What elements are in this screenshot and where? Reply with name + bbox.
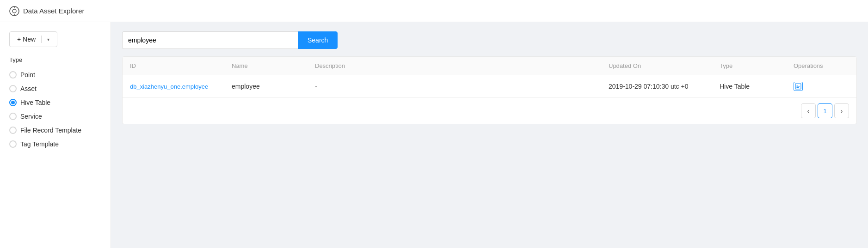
type-section-label: Type bbox=[0, 56, 111, 68]
new-button-wrap: + New ▾ bbox=[0, 31, 111, 56]
cell-name: employee bbox=[232, 83, 315, 90]
pagination: ‹ 1 › bbox=[123, 98, 856, 124]
cell-id: db_xiazhenyu_one.employee bbox=[130, 83, 232, 90]
radio-label-asset: Asset bbox=[20, 85, 37, 92]
col-header-updated-on: Updated On bbox=[609, 62, 720, 69]
col-header-description: Description bbox=[315, 62, 609, 69]
cell-operations bbox=[794, 82, 849, 91]
radio-circle-point bbox=[9, 71, 17, 79]
radio-label-file-record-template: File Record Template bbox=[20, 127, 81, 134]
radio-circle-file-record-template bbox=[9, 127, 17, 134]
app-logo-icon bbox=[9, 6, 19, 16]
svg-point-1 bbox=[12, 9, 16, 13]
radio-circle-service bbox=[9, 113, 17, 120]
next-page-button[interactable]: › bbox=[834, 103, 849, 118]
table-row: db_xiazhenyu_one.employee employee - 201… bbox=[123, 75, 856, 98]
new-btn-divider bbox=[41, 36, 42, 43]
page-1-button[interactable]: 1 bbox=[818, 103, 832, 118]
radio-item-asset[interactable]: Asset bbox=[0, 82, 111, 96]
col-header-type: Type bbox=[720, 62, 794, 69]
search-input[interactable] bbox=[122, 31, 298, 49]
cell-updated-on: 2019-10-29 07:10:30 utc +0 bbox=[609, 83, 720, 90]
prev-page-button[interactable]: ‹ bbox=[801, 103, 816, 118]
sidebar: + New ▾ Type Point Asset Hive Table bbox=[0, 22, 111, 248]
new-button[interactable]: + New ▾ bbox=[9, 31, 57, 47]
radio-item-file-record-template[interactable]: File Record Template bbox=[0, 123, 111, 137]
view-detail-icon[interactable] bbox=[794, 82, 803, 91]
app-title: Data Asset Explorer bbox=[23, 7, 85, 15]
new-btn-arrow: ▾ bbox=[47, 37, 49, 42]
radio-item-service[interactable]: Service bbox=[0, 109, 111, 123]
search-bar: Search bbox=[122, 31, 857, 49]
main-layout: + New ▾ Type Point Asset Hive Table bbox=[0, 22, 868, 248]
data-table: ID Name Description Updated On Type Oper… bbox=[122, 56, 857, 124]
new-button-label: + New bbox=[17, 36, 36, 43]
app-header: Data Asset Explorer bbox=[0, 0, 868, 22]
radio-circle-asset bbox=[9, 85, 17, 92]
table-header: ID Name Description Updated On Type Oper… bbox=[123, 57, 856, 75]
col-header-name: Name bbox=[232, 62, 315, 69]
radio-circle-hive-table bbox=[9, 99, 17, 106]
radio-label-tag-template: Tag Template bbox=[20, 140, 59, 148]
col-header-operations: Operations bbox=[794, 62, 849, 69]
radio-item-hive-table[interactable]: Hive Table bbox=[0, 96, 111, 109]
radio-item-point[interactable]: Point bbox=[0, 68, 111, 82]
radio-item-tag-template[interactable]: Tag Template bbox=[0, 137, 111, 151]
radio-circle-tag-template bbox=[9, 140, 17, 148]
cell-type: Hive Table bbox=[720, 83, 794, 90]
col-header-id: ID bbox=[130, 62, 232, 69]
cell-description: - bbox=[315, 83, 609, 90]
radio-label-point: Point bbox=[20, 71, 35, 79]
radio-label-hive-table: Hive Table bbox=[20, 99, 50, 106]
radio-label-service: Service bbox=[20, 113, 42, 120]
search-button[interactable]: Search bbox=[298, 31, 338, 49]
content-area: Search ID Name Description Updated On Ty… bbox=[111, 22, 868, 248]
radio-group: Point Asset Hive Table Service File Reco… bbox=[0, 68, 111, 151]
